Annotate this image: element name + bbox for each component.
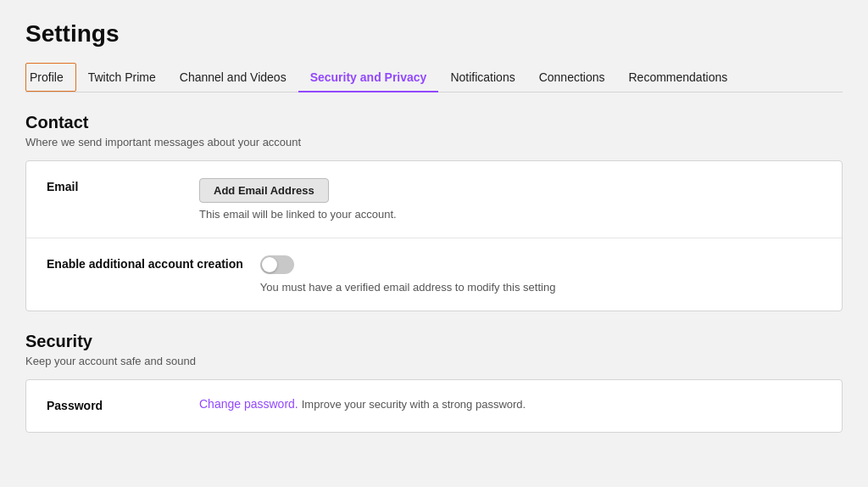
password-label: Password xyxy=(47,397,199,415)
password-helper-text: Improve your security with a strong pass… xyxy=(302,398,526,411)
tab-profile[interactable]: Profile xyxy=(25,63,76,92)
account-creation-row: Enable additional account creation You m… xyxy=(26,238,842,311)
security-card: Password Change password. Improve your s… xyxy=(25,379,843,433)
tab-security-and-privacy[interactable]: Security and Privacy xyxy=(298,64,439,92)
email-label: Email xyxy=(47,178,199,196)
toggle-thumb xyxy=(262,257,277,272)
tab-channel-and-videos[interactable]: Channel and Videos xyxy=(168,64,298,92)
account-creation-toggle[interactable] xyxy=(260,255,294,274)
page-title: Settings xyxy=(25,20,843,48)
password-description: Change password. Improve your security w… xyxy=(199,397,821,411)
settings-page: Settings Profile Twitch Prime Channel an… xyxy=(0,0,868,479)
contact-section: Contact Where we send important messages… xyxy=(25,113,843,311)
contact-section-subtitle: Where we send important messages about y… xyxy=(25,136,843,148)
email-content: Add Email Address This email will be lin… xyxy=(199,178,821,221)
tab-notifications[interactable]: Notifications xyxy=(438,64,526,92)
tab-recommendations[interactable]: Recommendations xyxy=(617,64,740,92)
contact-card: Email Add Email Address This email will … xyxy=(25,160,843,311)
tabs-nav: Profile Twitch Prime Channel and Videos … xyxy=(25,63,843,92)
security-section: Security Keep your account safe and soun… xyxy=(25,332,843,433)
password-content: Change password. Improve your security w… xyxy=(199,397,821,411)
email-row: Email Add Email Address This email will … xyxy=(26,161,842,238)
email-helper-text: This email will be linked to your accoun… xyxy=(199,208,821,221)
change-password-link[interactable]: Change password. xyxy=(199,397,298,411)
add-email-button[interactable]: Add Email Address xyxy=(199,178,329,203)
tab-connections[interactable]: Connections xyxy=(527,64,617,92)
password-row: Password Change password. Improve your s… xyxy=(26,380,842,432)
security-section-title: Security xyxy=(25,332,843,351)
security-section-subtitle: Keep your account safe and sound xyxy=(25,355,843,367)
account-creation-helper: You must have a verified email address t… xyxy=(260,281,821,294)
account-creation-label: Enable additional account creation xyxy=(47,255,260,273)
tab-twitch-prime[interactable]: Twitch Prime xyxy=(76,64,168,92)
account-creation-content: You must have a verified email address t… xyxy=(260,255,821,294)
contact-section-title: Contact xyxy=(25,113,843,132)
toggle-track xyxy=(260,255,294,274)
